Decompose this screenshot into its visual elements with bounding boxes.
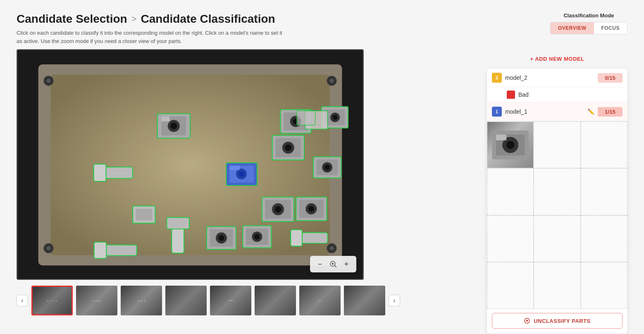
- thumbnails-row: ‹ ●● ● ● ● ●●● ●● ● ●: [17, 286, 364, 315]
- thumbnail-4[interactable]: [165, 286, 207, 315]
- grid-cell-filled[interactable]: [487, 122, 534, 168]
- unclassify-parts-button[interactable]: UNCLASSIFY PARTS: [492, 313, 623, 329]
- svg-rect-16: [162, 117, 170, 122]
- svg-rect-3: [50, 75, 329, 255]
- focus-button[interactable]: FOCUS: [594, 22, 627, 34]
- overview-button[interactable]: OVERVIEW: [551, 22, 594, 34]
- svg-point-15: [170, 123, 177, 129]
- models-container: 2 model_2 0/15 Bad 1 model_1 ✏️ 1/15: [487, 69, 627, 334]
- page-subtitle: Click on each candidate to classify it i…: [17, 29, 285, 45]
- grid-cell-empty-2-1[interactable]: [487, 168, 534, 215]
- unclassify-label: UNCLASSIFY PARTS: [534, 318, 591, 324]
- zoom-out-button[interactable]: −: [314, 258, 326, 270]
- grid-cell-empty-2-3[interactable]: [581, 168, 627, 215]
- next-thumbnail-button[interactable]: ›: [389, 295, 400, 306]
- add-new-model-button[interactable]: + ADD NEW MODEL: [528, 53, 587, 64]
- left-panel: − + ‹: [17, 49, 475, 315]
- grid-cell-empty-4-2[interactable]: [534, 262, 580, 309]
- svg-point-48: [275, 206, 281, 212]
- zoom-in-button[interactable]: +: [341, 258, 352, 270]
- grid-cell-empty-1-2[interactable]: [534, 122, 580, 168]
- parts-grid: [487, 121, 627, 309]
- grid-cell-empty-1-3[interactable]: [581, 122, 627, 168]
- bad-icon: [507, 91, 515, 99]
- thumbnail-8[interactable]: [344, 286, 385, 315]
- grid-cell-empty-4-3[interactable]: [581, 262, 627, 309]
- svg-line-67: [335, 266, 337, 268]
- svg-point-73: [506, 141, 514, 149]
- svg-rect-42: [136, 209, 152, 220]
- model-1-count: 1/15: [598, 107, 623, 117]
- breadcrumb-separator: >: [131, 14, 137, 24]
- bad-row[interactable]: Bad: [487, 87, 627, 103]
- right-panel: + ADD NEW MODEL 2 model_2 0/15 Bad 1 mod…: [487, 49, 627, 334]
- svg-rect-62: [291, 230, 302, 246]
- model-1-badge: 1: [492, 107, 502, 117]
- svg-point-56: [219, 235, 224, 241]
- bad-label: Bad: [518, 91, 529, 98]
- unclassify-icon: [524, 317, 530, 324]
- svg-point-7: [330, 79, 334, 83]
- main-image-viewer[interactable]: − +: [17, 49, 364, 280]
- mode-buttons: OVERVIEW FOCUS: [550, 22, 627, 34]
- zoom-controls: − +: [310, 256, 356, 272]
- thumbnail-1[interactable]: ●● ● ●: [31, 286, 73, 315]
- svg-point-5: [47, 79, 51, 83]
- model-1-name: model_1: [505, 108, 584, 115]
- classification-mode-label: Classification Mode: [563, 12, 614, 19]
- breadcrumb-step1[interactable]: Candidate Selection: [17, 12, 127, 26]
- classification-mode-section: Classification Mode OVERVIEW FOCUS: [550, 12, 627, 34]
- svg-rect-65: [297, 111, 315, 125]
- thumbnail-3[interactable]: ●● ● ●: [121, 286, 162, 315]
- svg-point-9: [47, 246, 51, 250]
- svg-rect-27: [94, 164, 106, 181]
- thumbnail-7[interactable]: ● ●: [299, 286, 341, 315]
- model-2-badge: 2: [492, 73, 502, 83]
- svg-point-24: [333, 115, 338, 120]
- edit-model-icon[interactable]: ✏️: [587, 108, 594, 115]
- model-2-row[interactable]: 2 model_2 0/15: [487, 69, 627, 87]
- grid-cell-empty-3-2[interactable]: [534, 215, 580, 262]
- svg-point-52: [308, 206, 314, 212]
- zoom-fit-button[interactable]: [327, 258, 339, 270]
- model-1-row[interactable]: 1 model_1 ✏️ 1/15: [487, 103, 627, 121]
- svg-point-36: [285, 144, 291, 151]
- svg-rect-32: [229, 166, 240, 170]
- grid-cell-empty-3-1[interactable]: [487, 215, 534, 262]
- grid-cell-empty-2-2[interactable]: [534, 168, 580, 215]
- model-2-count: 0/15: [598, 73, 623, 83]
- svg-rect-74: [496, 135, 506, 141]
- thumbnail-6[interactable]: [255, 286, 296, 315]
- grid-cell-empty-3-3[interactable]: [581, 215, 627, 262]
- svg-point-40: [324, 165, 330, 170]
- svg-rect-64: [94, 242, 107, 259]
- prev-thumbnail-button[interactable]: ‹: [17, 295, 28, 306]
- thumbnails-list: ●● ● ● ● ●●● ●● ● ●: [31, 286, 385, 315]
- breadcrumb: Candidate Selection > Candidate Classifi…: [17, 12, 550, 45]
- model-2-name: model_2: [505, 74, 594, 81]
- thumbnail-5[interactable]: ●●●: [210, 286, 251, 315]
- svg-point-60: [254, 234, 260, 240]
- grid-cell-empty-4-1[interactable]: [487, 262, 534, 309]
- svg-rect-44: [167, 217, 189, 229]
- breadcrumb-step2: Candidate Classification: [141, 12, 275, 26]
- svg-point-31: [239, 171, 244, 177]
- svg-point-11: [330, 246, 334, 250]
- thumbnail-2[interactable]: ● ●●●: [76, 286, 117, 315]
